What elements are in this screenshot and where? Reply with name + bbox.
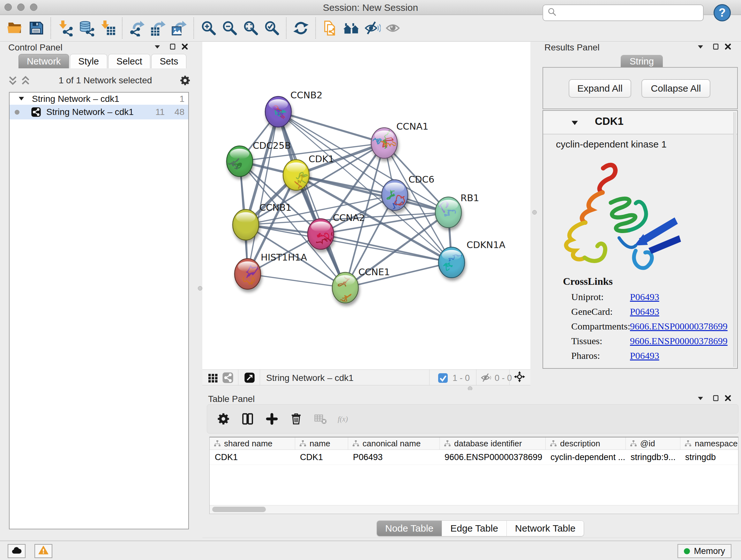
table-cell: stringdb <box>680 450 741 464</box>
table-header-row: shared namenamecanonical namedatabase id… <box>210 437 738 450</box>
zoom-out-icon[interactable] <box>219 17 240 39</box>
crosslink-link[interactable]: P06493 <box>630 350 659 361</box>
column-header-shared-name[interactable]: shared name <box>210 437 295 449</box>
tab-sets[interactable]: Sets <box>151 54 186 68</box>
crosslink-link[interactable]: 9606.ENSP00000378699 <box>630 321 728 332</box>
column-type-icon <box>630 440 637 447</box>
network-edge[interactable] <box>278 112 384 143</box>
float-panel-icon[interactable] <box>711 394 721 403</box>
column-header-database-identifier[interactable]: database identifier <box>440 437 545 449</box>
network-view-title: String Network – cdk1 <box>266 373 354 383</box>
home-pair-icon[interactable] <box>341 17 362 39</box>
cloud-button[interactable] <box>8 544 25 558</box>
export-table-icon[interactable] <box>147 17 169 39</box>
float-panel-icon[interactable] <box>711 43 721 52</box>
float-panel-icon[interactable] <box>168 43 178 52</box>
network-options-gear-icon[interactable] <box>179 74 192 87</box>
tab-edge-table[interactable]: Edge Table <box>442 521 507 536</box>
column-header-description[interactable]: description <box>545 437 625 449</box>
warnings-button[interactable] <box>35 544 52 558</box>
network-node-CCNA2[interactable] <box>308 219 334 249</box>
column-header--id[interactable]: @id <box>625 437 680 449</box>
open-session-icon[interactable] <box>4 17 25 39</box>
network-node-HIST1H1A[interactable] <box>234 259 261 289</box>
panel-menu-caret-icon[interactable] <box>696 43 705 52</box>
protein-structure-image <box>552 155 692 280</box>
settings-icon[interactable] <box>216 412 231 426</box>
memory-button[interactable]: Memory <box>677 544 731 558</box>
divider <box>202 538 741 538</box>
add-row-icon[interactable] <box>265 412 279 426</box>
close-panel-icon[interactable] <box>723 43 733 52</box>
import-table-icon[interactable] <box>97 17 118 39</box>
columns-icon[interactable] <box>240 412 255 426</box>
search-box[interactable] <box>542 4 704 21</box>
hide-selected-icon[interactable] <box>362 17 383 39</box>
zoom-in-icon[interactable] <box>198 17 219 39</box>
tab-select[interactable]: Select <box>108 54 151 68</box>
zoom-selected-icon[interactable] <box>261 17 282 39</box>
table-panel: Table Panel f(x) shared namenamecanonica… <box>202 390 741 538</box>
column-header-name[interactable]: name <box>295 437 348 449</box>
export-image-icon[interactable] <box>169 17 190 39</box>
open-in-window-icon[interactable] <box>244 372 255 383</box>
network-node-CCNB1[interactable] <box>232 209 259 240</box>
export-network-icon[interactable] <box>126 17 147 39</box>
network-node-CDC25B[interactable] <box>226 146 253 177</box>
hidden-eye-icon[interactable] <box>481 372 492 383</box>
network-node-CDKN1A[interactable] <box>439 247 467 278</box>
collection-caret-icon[interactable] <box>18 94 25 104</box>
table-hscrollbar-thumb[interactable] <box>212 507 266 512</box>
network-node-RB1[interactable] <box>435 197 461 228</box>
tab-network-table[interactable]: Network Table <box>507 521 584 536</box>
grid-view-icon[interactable] <box>207 372 219 383</box>
network-edge[interactable] <box>248 274 345 288</box>
close-panel-icon[interactable] <box>723 394 733 403</box>
import-database-icon[interactable] <box>76 17 97 39</box>
copy-network-icon[interactable] <box>320 17 341 39</box>
panel-menu-caret-icon[interactable] <box>152 43 162 52</box>
right-splitter-handle[interactable] <box>532 210 537 214</box>
table-cell: stringdb:9... <box>625 450 680 464</box>
results-scrollbar[interactable] <box>733 112 736 367</box>
crosslink-row: Compartments:9606.ENSP00000378699 <box>543 319 737 334</box>
collapse-all-button[interactable]: Collapse All <box>642 79 711 98</box>
selected-checkbox-icon[interactable] <box>437 372 448 383</box>
fit-selected-crosshair-icon[interactable] <box>514 371 527 384</box>
import-network-icon[interactable] <box>55 17 76 39</box>
protein-section-header[interactable]: CDK1 <box>543 111 737 134</box>
share-network-icon[interactable] <box>222 372 233 383</box>
close-panel-icon[interactable] <box>180 43 190 52</box>
table-row[interactable]: CDK1CDK1P064939606.ENSP00000378699cyclin… <box>210 450 738 465</box>
tab-node-table[interactable]: Node Table <box>377 521 442 536</box>
trash-icon[interactable] <box>289 412 304 426</box>
left-splitter-handle[interactable] <box>198 286 202 291</box>
search-input[interactable] <box>557 7 703 18</box>
refresh-layout-icon[interactable] <box>290 17 312 39</box>
zoom-fit-icon[interactable] <box>240 17 261 39</box>
network-node-CCNB2[interactable] <box>265 97 291 127</box>
network-node-CCNA1[interactable] <box>370 128 397 159</box>
network-collection-row[interactable]: String Network – cdk1 1 <box>10 92 188 105</box>
network-canvas[interactable]: CCNB2CCNA1CDC25BCDK1CDC6RB1CCNB1CCNA2CDK… <box>202 42 530 369</box>
expand-all-icon[interactable] <box>19 74 32 87</box>
column-header-canonical-name[interactable]: canonical name <box>348 437 440 449</box>
tab-string[interactable]: String <box>621 55 663 68</box>
tab-network[interactable]: Network <box>18 54 69 68</box>
table-hscrollbar <box>210 505 738 514</box>
help-button[interactable]: ? <box>714 4 731 21</box>
network-node-CDC6[interactable] <box>382 180 408 212</box>
crosslink-link[interactable]: P06493 <box>630 306 659 317</box>
crosslink-link[interactable]: 9606.ENSP00000378699 <box>630 335 728 347</box>
column-header-namespace[interactable]: namespace <box>680 437 741 449</box>
collapse-all-icon[interactable] <box>6 74 19 87</box>
expand-all-button[interactable]: Expand All <box>569 79 631 98</box>
crosslink-link[interactable]: P06493 <box>630 292 659 302</box>
network-node-CCNE1[interactable] <box>332 272 358 303</box>
save-session-icon[interactable] <box>25 17 47 39</box>
network-row-selected[interactable]: String Network – cdk1 11 48 <box>10 105 188 119</box>
panel-menu-caret-icon[interactable] <box>696 394 705 403</box>
section-caret-icon[interactable] <box>570 118 579 127</box>
tab-style[interactable]: Style <box>70 54 107 68</box>
network-edge[interactable] <box>248 112 278 274</box>
